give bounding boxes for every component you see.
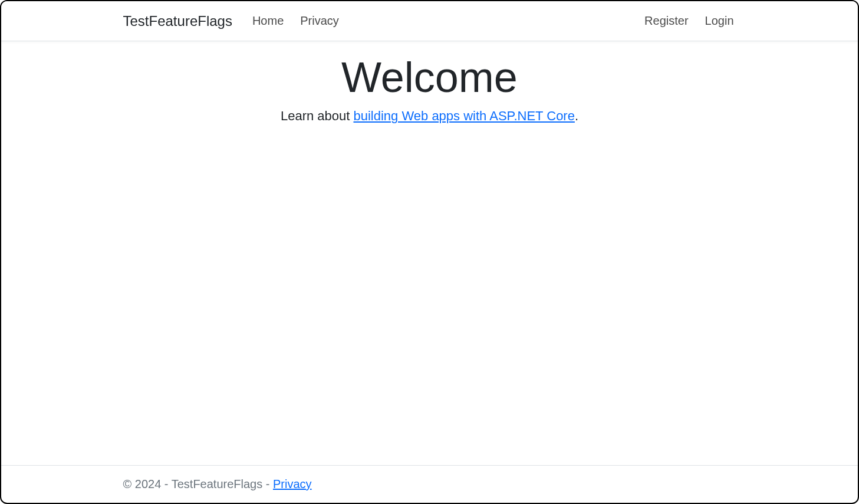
footer-copyright: © 2024 - TestFeatureFlags - — [123, 477, 273, 490]
brand-link[interactable]: TestFeatureFlags — [123, 13, 232, 29]
nav-register-link[interactable]: Register — [642, 12, 690, 30]
nav-home-link[interactable]: Home — [250, 12, 286, 30]
footer: © 2024 - TestFeatureFlags - Privacy — [1, 465, 858, 503]
nav-login-link[interactable]: Login — [703, 12, 736, 30]
nav-left: TestFeatureFlags Home Privacy — [123, 12, 341, 30]
lead-suffix: . — [575, 108, 578, 123]
main-content: Welcome Learn about building Web apps wi… — [1, 41, 858, 465]
lead-prefix: Learn about — [281, 108, 354, 123]
footer-inner: © 2024 - TestFeatureFlags - Privacy — [41, 477, 819, 491]
footer-privacy-link[interactable]: Privacy — [273, 477, 312, 490]
navbar-inner: TestFeatureFlags Home Privacy Register L… — [41, 1, 819, 41]
lead-link[interactable]: building Web apps with ASP.NET Core — [353, 108, 574, 123]
welcome-heading: Welcome — [1, 53, 858, 101]
nav-right: Register Login — [642, 12, 736, 30]
navbar: TestFeatureFlags Home Privacy Register L… — [1, 1, 858, 41]
nav-privacy-link[interactable]: Privacy — [298, 12, 341, 30]
lead-text: Learn about building Web apps with ASP.N… — [1, 108, 858, 124]
